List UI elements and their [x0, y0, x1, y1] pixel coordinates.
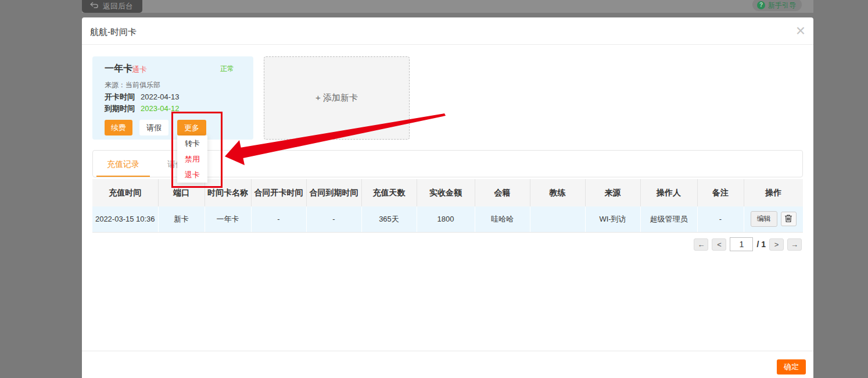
back-button-label: 返回后台	[103, 1, 133, 12]
col-recharge-time: 充值时间	[92, 179, 158, 206]
cell-remark: -	[697, 206, 744, 232]
pagination: ← < / 1 > →	[694, 237, 802, 251]
beginner-guide-button[interactable]: ? 新手引导	[752, 0, 802, 11]
card-status-badge: 正常	[220, 64, 234, 74]
more-button[interactable]: 更多	[177, 120, 206, 135]
recharge-records-table: 充值时间 端口 时间卡名称 合同开卡时间 合同到期时间 充值天数 实收金额 会籍…	[92, 179, 803, 233]
card-open-time: 开卡时间2022-04-13	[105, 92, 180, 102]
total-pages-label: / 1	[756, 240, 766, 249]
cell-contract-open-time: -	[251, 206, 306, 232]
last-page-button[interactable]: →	[787, 238, 802, 251]
col-card-name: 时间卡名称	[205, 179, 251, 206]
modal-header: 航航-时间卡 ×	[82, 17, 813, 45]
cell-operator: 超级管理员	[640, 206, 697, 232]
cell-card-name: 一年卡	[205, 206, 251, 232]
back-to-admin-button[interactable]: 返回后台	[82, 0, 142, 13]
col-contract-expire-time: 合同到期时间	[306, 179, 361, 206]
col-recharge-days: 充值天数	[361, 179, 417, 206]
member-card: 一年卡 通卡 正常 来源：当前俱乐部 开卡时间2022-04-13 到期时间20…	[92, 56, 253, 140]
guide-button-label: 新手引导	[768, 1, 796, 10]
cell-recharge-days: 365天	[361, 206, 417, 232]
return-arrow-icon	[90, 2, 99, 11]
menu-item-transfer-card[interactable]: 转卡	[177, 135, 207, 151]
footer-divider	[82, 351, 813, 351]
cell-contract-expire-time: -	[306, 206, 361, 232]
col-remark: 备注	[697, 179, 744, 206]
col-contract-open-time: 合同开卡时间	[251, 179, 306, 206]
col-operator: 操作人	[640, 179, 697, 206]
prev-page-button[interactable]: <	[712, 238, 726, 251]
card-source: 来源：当前俱乐部	[105, 80, 160, 90]
next-page-button[interactable]: >	[769, 238, 784, 251]
col-membership: 会籍	[475, 179, 530, 206]
cell-source: WI-到访	[585, 206, 640, 232]
confirm-button[interactable]: 确定	[777, 359, 806, 375]
col-coach: 教练	[530, 179, 585, 206]
renew-button[interactable]: 续费	[105, 120, 132, 135]
expire-time-value: 2023-04-12	[141, 104, 180, 113]
menu-item-refund-card[interactable]: 退卡	[177, 167, 207, 183]
edit-button[interactable]: 编辑	[751, 211, 777, 227]
delete-button[interactable]	[781, 212, 797, 226]
trash-icon	[784, 214, 792, 224]
col-actions: 操作	[744, 179, 803, 206]
add-new-card-button[interactable]: + 添加新卡	[264, 56, 410, 140]
menu-item-disable-card[interactable]: 禁用	[177, 151, 207, 167]
open-time-value: 2022-04-13	[141, 92, 180, 101]
tab-recharge-records[interactable]: 充值记录	[93, 151, 153, 177]
open-time-label: 开卡时间	[105, 92, 135, 101]
card-type-tag: 通卡	[132, 65, 147, 75]
card-expire-time: 到期时间2023-04-12	[105, 104, 180, 114]
card-name: 一年卡	[105, 63, 132, 75]
table-row: 2022-03-15 10:36 新卡 一年卡 - - 365天 1800 哇哈…	[92, 206, 803, 232]
question-mark-icon: ?	[757, 1, 765, 9]
cell-coach	[530, 206, 585, 232]
close-icon[interactable]: ×	[796, 21, 805, 41]
modal-title: 航航-时间卡	[90, 27, 137, 38]
background-toolbar	[82, 0, 813, 13]
first-page-button[interactable]: ←	[694, 238, 708, 251]
page-number-input[interactable]	[730, 237, 753, 251]
table-header-row: 充值时间 端口 时间卡名称 合同开卡时间 合同到期时间 充值天数 实收金额 会籍…	[92, 179, 803, 206]
leave-button[interactable]: 请假	[139, 120, 168, 135]
cell-actions: 编辑	[744, 206, 803, 232]
time-card-modal: 航航-时间卡 × 一年卡 通卡 正常 来源：当前俱乐部 开卡时间2022-04-…	[82, 17, 813, 378]
col-received-amount: 实收金额	[417, 179, 475, 206]
col-source: 来源	[585, 179, 640, 206]
cell-recharge-time: 2022-03-15 10:36	[92, 206, 158, 232]
cell-received-amount: 1800	[417, 206, 475, 232]
expire-time-label: 到期时间	[105, 104, 135, 113]
cell-port: 新卡	[158, 206, 205, 232]
cell-membership: 哇哈哈	[475, 206, 530, 232]
col-port: 端口	[158, 179, 205, 206]
more-dropdown-menu: 转卡 禁用 退卡	[177, 135, 207, 183]
